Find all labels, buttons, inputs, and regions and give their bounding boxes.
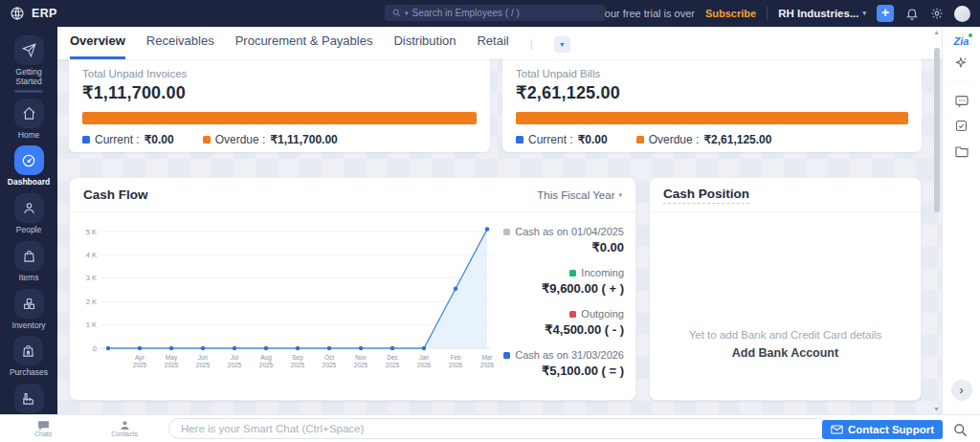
topbar-divider xyxy=(767,7,768,20)
overdue-label: Overdue : xyxy=(215,133,266,146)
overdue-label: Overdue : xyxy=(649,133,700,146)
boxes-icon xyxy=(14,289,44,319)
tab-retail[interactable]: Retail xyxy=(477,33,508,59)
tab-procurement-payables[interactable]: Procurement & Payables xyxy=(235,33,373,59)
chat-bubble-icon xyxy=(37,420,50,431)
tab-receivables[interactable]: Receivables xyxy=(146,33,214,59)
search-scope-chevron-icon[interactable]: ▾ xyxy=(405,10,409,17)
swatch xyxy=(503,229,510,235)
legend-opening-balance: Cash as on 01/04/2025 ₹0.00 xyxy=(488,226,624,254)
zia-assistant-button[interactable]: Zia xyxy=(954,35,969,47)
org-name: RH Industries... xyxy=(778,8,858,19)
svg-text:May: May xyxy=(166,354,178,362)
subscribe-link[interactable]: Subscribe xyxy=(705,8,756,19)
dashboard-gauge-icon xyxy=(14,145,44,175)
trial-status-text: Your free trial is over xyxy=(598,8,694,19)
content-scrollbar[interactable]: ▲ ▼ xyxy=(932,27,942,414)
legend-value: ₹5,100.00 ( = ) xyxy=(488,364,624,378)
quick-create-button[interactable]: + xyxy=(877,5,894,22)
tab-overview[interactable]: Overview xyxy=(70,33,125,59)
swatch xyxy=(503,352,510,359)
add-bank-account-link[interactable]: Add Bank Account xyxy=(732,346,838,360)
global-search-input[interactable]: ▾ Search in Employees ( / ) xyxy=(385,5,605,21)
current-swatch xyxy=(82,136,90,144)
user-avatar[interactable] xyxy=(954,6,970,22)
overdue-swatch xyxy=(636,136,644,144)
card-title: Total Unpaid Invoices xyxy=(82,68,477,79)
legend-label: Cash as on 31/03/2026 xyxy=(515,349,624,361)
kpi-legend: Current : ₹0.00 Overdue : ₹2,61,125.00 xyxy=(516,133,908,146)
overdue-swatch xyxy=(203,136,211,144)
cash-position-title: Cash Position xyxy=(663,187,749,204)
cash-flow-legend: Cash as on 01/04/2025 ₹0.00 Incoming ₹9,… xyxy=(488,226,624,378)
contact-support-button[interactable]: Contact Support xyxy=(822,420,943,439)
chats-button[interactable]: Chats xyxy=(34,420,52,437)
legend-outgoing: Outgoing ₹4,500.00 ( - ) xyxy=(488,308,624,337)
comments-icon[interactable] xyxy=(953,93,969,109)
main-content: Overview Receivables Procurement & Payab… xyxy=(57,27,942,414)
svg-text:4 K: 4 K xyxy=(86,251,97,259)
svg-text:3 K: 3 K xyxy=(86,274,97,282)
more-tabs-chevron-icon[interactable]: ▾ xyxy=(554,36,570,53)
sidebar-item-people[interactable]: People xyxy=(14,193,44,235)
collapse-panel-chevron-button[interactable]: › xyxy=(951,380,972,401)
person-icon xyxy=(14,193,44,223)
contact-support-label: Contact Support xyxy=(848,424,934,435)
swatch xyxy=(569,270,576,276)
tab-distribution[interactable]: Distribution xyxy=(393,33,456,59)
kpi-legend: Current : ₹0.00 Overdue : ₹1,11,700.00 xyxy=(82,133,477,146)
sidebar-item-home[interactable]: Home xyxy=(14,99,44,141)
sidebar-item-purchases[interactable]: Purchases xyxy=(10,336,48,378)
settings-gear-icon[interactable] xyxy=(929,7,944,21)
smart-chat-input[interactable] xyxy=(168,418,829,439)
sidebar-item-label: Dashboard xyxy=(8,178,50,188)
fiscal-year-label: This Fiscal Year xyxy=(537,189,614,201)
sidebar-item-items[interactable]: Items xyxy=(14,241,44,283)
folder-icon[interactable] xyxy=(953,143,969,159)
svg-text:2025: 2025 xyxy=(259,362,274,368)
svg-text:Jul: Jul xyxy=(231,354,239,361)
legend-label: Outgoing xyxy=(581,308,624,320)
empty-state-text: Yet to add Bank and Credit Card details xyxy=(689,329,882,341)
contacts-button[interactable]: Contacts xyxy=(111,420,138,437)
org-switcher[interactable]: RH Industries... ▾ xyxy=(778,8,866,19)
app-logo[interactable]: ERP xyxy=(10,6,57,21)
svg-text:5 K: 5 K xyxy=(86,228,97,236)
svg-text:1 K: 1 K xyxy=(86,320,97,329)
current-value: ₹0.00 xyxy=(578,133,608,146)
sidebar-item-label: Inventory xyxy=(12,321,46,331)
scrollbar-thumb[interactable] xyxy=(934,48,940,212)
current-legend-item: Current : ₹0.00 xyxy=(82,133,174,146)
top-bar: ERP ▾ Search in Employees ( / ) Your fre… xyxy=(0,0,980,27)
chats-label: Chats xyxy=(34,431,52,437)
total-unpaid-invoices-card: Total Unpaid Invoices ₹1,11,700.00 Curre… xyxy=(69,59,490,152)
sidebar-item-label: Getting Started xyxy=(2,68,56,87)
scroll-up-arrow-icon[interactable]: ▲ xyxy=(933,29,940,35)
current-value: ₹0.00 xyxy=(145,133,174,146)
overdue-bar xyxy=(82,112,477,124)
shopping-bag-icon xyxy=(14,241,44,271)
sidebar-item-label: Purchases xyxy=(10,368,48,378)
home-icon xyxy=(14,99,44,128)
fiscal-year-dropdown[interactable]: This Fiscal Year ▾ xyxy=(537,189,622,201)
tasks-check-icon[interactable] xyxy=(953,118,969,134)
cash-flow-header: Cash Flow This Fiscal Year ▾ xyxy=(70,178,635,212)
right-toolbar: Zia ······ › xyxy=(942,27,980,414)
sparkle-icon[interactable] xyxy=(953,55,969,72)
svg-text:Aug: Aug xyxy=(260,354,272,362)
unpaid-invoices-amount: ₹1,11,700.00 xyxy=(82,82,477,103)
current-legend-item: Current : ₹0.00 xyxy=(516,133,608,146)
svg-text:2025: 2025 xyxy=(291,362,305,368)
cash-flow-body: 01 K2 K3 K4 K5 KApr2025May2025Jun2025Jul… xyxy=(70,212,635,400)
notifications-bell-icon[interactable] xyxy=(904,7,919,21)
cash-flow-card: Cash Flow This Fiscal Year ▾ 01 K2 K3 K4… xyxy=(69,177,636,401)
scroll-down-arrow-icon[interactable]: ▼ xyxy=(933,406,940,412)
sidebar-item-label: Items xyxy=(19,274,39,283)
topbar-right-group: Your free trial is over Subscribe RH Ind… xyxy=(598,5,980,22)
sidebar-item-dashboard[interactable]: Dashboard xyxy=(8,145,50,188)
bottom-search-icon[interactable] xyxy=(953,423,968,437)
sidebar-item-getting-started[interactable]: Getting Started xyxy=(2,35,56,93)
sidebar-item-inventory[interactable]: Inventory xyxy=(12,289,46,331)
bottom-bar: Chats Contacts Contact Support xyxy=(0,414,980,442)
cash-flow-title: Cash Flow xyxy=(83,188,148,202)
